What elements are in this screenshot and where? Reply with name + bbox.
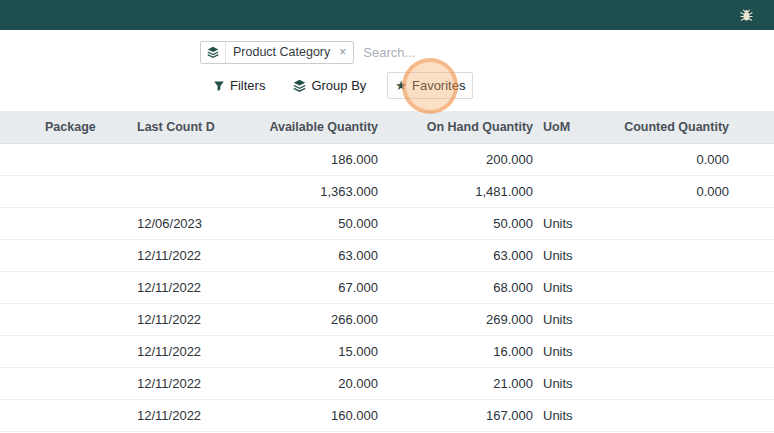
cell-on-hand-quantity[interactable]: 1,481.000: [383, 176, 538, 208]
cell-counted-quantity[interactable]: [585, 208, 734, 240]
cell-package[interactable]: [40, 208, 132, 240]
column-header-package[interactable]: Package: [40, 111, 132, 144]
cell-available-quantity[interactable]: 160.000: [215, 400, 383, 432]
filter-funnel-icon: [213, 80, 225, 92]
filters-button[interactable]: Filters: [206, 73, 272, 98]
table-row[interactable]: 12/11/202267.00068.000Units: [0, 272, 774, 304]
cell-selector: [0, 176, 40, 208]
column-header-counted-quantity[interactable]: Counted Quantity: [585, 111, 734, 144]
favorites-star-icon: ★: [395, 79, 407, 92]
cell-selector: [0, 144, 40, 176]
cell-spacer: [734, 304, 774, 336]
cell-on-hand-quantity[interactable]: 21.000: [383, 368, 538, 400]
table-row[interactable]: 1,363.0001,481.0000.000: [0, 176, 774, 208]
cell-last-count-date[interactable]: 12/06/2023: [132, 208, 215, 240]
column-header-available-quantity[interactable]: Available Quantity: [215, 111, 383, 144]
cell-available-quantity[interactable]: 50.000: [215, 208, 383, 240]
cell-available-quantity[interactable]: 266.000: [215, 304, 383, 336]
favorites-button-label: Favorites: [412, 78, 465, 93]
cell-spacer: [734, 176, 774, 208]
cell-counted-quantity[interactable]: [585, 336, 734, 368]
odoo-inventory-screen: Product Category × Filters: [0, 0, 774, 433]
cell-counted-quantity[interactable]: [585, 368, 734, 400]
cell-counted-quantity[interactable]: [585, 400, 734, 432]
cell-uom[interactable]: [538, 176, 585, 208]
cell-uom[interactable]: Units: [538, 304, 585, 336]
table-row[interactable]: 12/11/202263.00063.000Units: [0, 240, 774, 272]
cell-last-count-date[interactable]: [132, 144, 215, 176]
cell-package[interactable]: [40, 176, 132, 208]
cell-available-quantity[interactable]: 1,363.000: [215, 176, 383, 208]
cell-last-count-date[interactable]: 12/11/2022: [132, 304, 215, 336]
cell-last-count-date[interactable]: 12/11/2022: [132, 272, 215, 304]
table-row[interactable]: 12/11/2022266.000269.000Units: [0, 304, 774, 336]
column-header-selector: [0, 111, 40, 144]
cell-counted-quantity[interactable]: 0.000: [585, 144, 734, 176]
cell-on-hand-quantity[interactable]: 200.000: [383, 144, 538, 176]
cell-available-quantity[interactable]: 15.000: [215, 336, 383, 368]
cell-last-count-date[interactable]: 12/11/2022: [132, 336, 215, 368]
cell-uom[interactable]: [538, 144, 585, 176]
cell-on-hand-quantity[interactable]: 68.000: [383, 272, 538, 304]
cell-selector: [0, 304, 40, 336]
cell-package[interactable]: [40, 144, 132, 176]
cell-counted-quantity[interactable]: [585, 272, 734, 304]
cell-uom[interactable]: Units: [538, 400, 585, 432]
group-by-button[interactable]: Group By: [286, 73, 373, 98]
debug-bug-icon[interactable]: [737, 6, 756, 25]
cell-on-hand-quantity[interactable]: 50.000: [383, 208, 538, 240]
table-row[interactable]: 12/11/2022160.000167.000Units: [0, 400, 774, 432]
table-header-row: Package Last Count Date Available Quanti…: [0, 111, 774, 144]
cell-spacer: [734, 368, 774, 400]
column-header-last-count-date[interactable]: Last Count Date: [132, 111, 215, 144]
column-header-uom[interactable]: UoM: [538, 111, 585, 144]
cell-counted-quantity[interactable]: [585, 304, 734, 336]
cell-on-hand-quantity[interactable]: 269.000: [383, 304, 538, 336]
cell-available-quantity[interactable]: 20.000: [215, 368, 383, 400]
cell-uom[interactable]: Units: [538, 336, 585, 368]
search-facet-product-category[interactable]: Product Category ×: [200, 41, 354, 64]
cell-available-quantity[interactable]: 63.000: [215, 240, 383, 272]
favorites-button[interactable]: ★ Favorites: [387, 72, 473, 99]
cell-on-hand-quantity[interactable]: 63.000: [383, 240, 538, 272]
cell-spacer: [734, 208, 774, 240]
cell-counted-quantity[interactable]: [585, 240, 734, 272]
cell-uom[interactable]: Units: [538, 368, 585, 400]
cell-package[interactable]: [40, 368, 132, 400]
cell-uom[interactable]: Units: [538, 240, 585, 272]
cell-on-hand-quantity[interactable]: 167.000: [383, 400, 538, 432]
top-navbar: [0, 0, 774, 30]
cell-package[interactable]: [40, 336, 132, 368]
group-by-layers-icon: [293, 79, 306, 92]
cell-available-quantity[interactable]: 186.000: [215, 144, 383, 176]
cell-package[interactable]: [40, 400, 132, 432]
cell-on-hand-quantity[interactable]: 16.000: [383, 336, 538, 368]
facet-remove-icon[interactable]: ×: [337, 42, 353, 63]
column-header-spacer: [734, 111, 774, 144]
cell-package[interactable]: [40, 240, 132, 272]
category-layers-icon: [201, 42, 226, 63]
inventory-table-body: 186.000200.0000.0001,363.0001,481.0000.0…: [0, 144, 774, 432]
cell-selector: [0, 208, 40, 240]
cell-spacer: [734, 144, 774, 176]
cell-counted-quantity[interactable]: 0.000: [585, 176, 734, 208]
cell-last-count-date[interactable]: 12/11/2022: [132, 400, 215, 432]
cell-selector: [0, 240, 40, 272]
table-row[interactable]: 12/11/202215.00016.000Units: [0, 336, 774, 368]
cell-last-count-date[interactable]: 12/11/2022: [132, 240, 215, 272]
table-row[interactable]: 12/06/202350.00050.000Units: [0, 208, 774, 240]
cell-available-quantity[interactable]: 67.000: [215, 272, 383, 304]
cell-last-count-date[interactable]: [132, 176, 215, 208]
cell-last-count-date[interactable]: 12/11/2022: [132, 368, 215, 400]
cell-package[interactable]: [40, 304, 132, 336]
cell-selector: [0, 400, 40, 432]
cell-uom[interactable]: Units: [538, 272, 585, 304]
table-row[interactable]: 12/11/202220.00021.000Units: [0, 368, 774, 400]
table-row[interactable]: 186.000200.0000.000: [0, 144, 774, 176]
search-bar[interactable]: Product Category ×: [200, 39, 574, 65]
search-input[interactable]: [363, 45, 574, 60]
cell-uom[interactable]: Units: [538, 208, 585, 240]
column-header-on-hand-quantity[interactable]: On Hand Quantity: [383, 111, 538, 144]
inventory-table: Package Last Count Date Available Quanti…: [0, 111, 774, 432]
cell-package[interactable]: [40, 272, 132, 304]
